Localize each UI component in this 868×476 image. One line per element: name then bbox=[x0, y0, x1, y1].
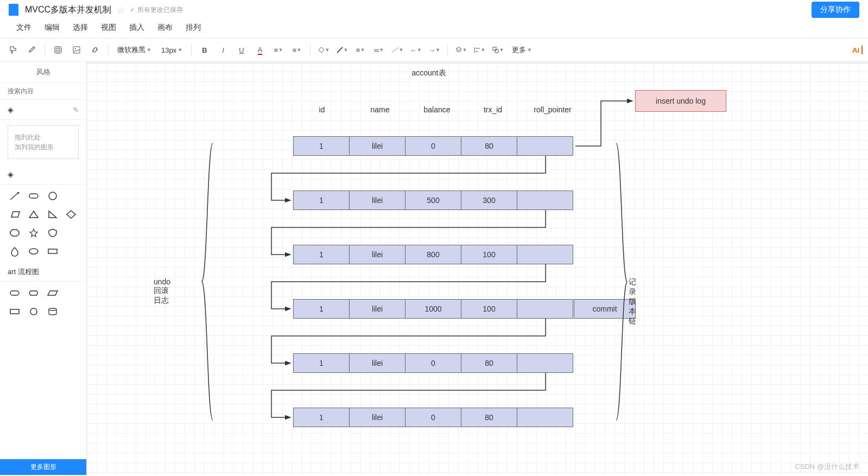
shape-circle[interactable] bbox=[46, 190, 60, 202]
menu-insert[interactable]: 插入 bbox=[129, 23, 144, 33]
shape-connector-circle[interactable] bbox=[27, 306, 41, 318]
svg-rect-3 bbox=[493, 47, 496, 50]
shape-drop[interactable] bbox=[8, 245, 22, 257]
menu-edit[interactable]: 编辑 bbox=[45, 23, 60, 33]
shape-star[interactable] bbox=[27, 227, 41, 239]
divider bbox=[447, 44, 448, 56]
shape-empty[interactable] bbox=[64, 190, 78, 202]
shape-rounded-rect[interactable] bbox=[27, 190, 41, 202]
canvas[interactable]: account表 id name balance trx_id roll_poi… bbox=[87, 62, 868, 475]
shapes-icon: ◈ bbox=[8, 105, 14, 114]
divider bbox=[108, 44, 109, 56]
shape-process[interactable] bbox=[8, 306, 22, 318]
divider bbox=[310, 44, 311, 56]
sidebar-flowchart-section[interactable]: art 流程图 bbox=[0, 263, 86, 282]
menu-file[interactable]: 文件 bbox=[16, 23, 31, 33]
layers-icon[interactable]: ▼ bbox=[453, 42, 468, 58]
text-color-icon[interactable]: A bbox=[252, 42, 268, 58]
align-objects-icon[interactable]: ▼ bbox=[472, 42, 487, 58]
paint-format-icon[interactable] bbox=[5, 42, 21, 58]
align-icon[interactable]: ≡▼ bbox=[289, 42, 305, 58]
shape-triangle[interactable] bbox=[27, 208, 41, 220]
line-height-icon[interactable]: ≡▼ bbox=[271, 42, 286, 58]
arrow-right-icon[interactable]: →▼ bbox=[427, 42, 442, 58]
shape-terminator[interactable] bbox=[8, 287, 22, 299]
group-icon[interactable]: ▼ bbox=[490, 42, 505, 58]
shape-display[interactable] bbox=[27, 287, 41, 299]
shapes-icon: ◈ bbox=[8, 170, 14, 179]
shape-empty[interactable] bbox=[64, 245, 78, 257]
divider bbox=[191, 44, 192, 56]
connectors bbox=[87, 62, 738, 442]
image-icon[interactable] bbox=[69, 42, 84, 58]
check-icon: ✓ bbox=[130, 6, 135, 14]
svg-rect-8 bbox=[48, 249, 57, 253]
underline-icon[interactable]: U bbox=[234, 42, 249, 58]
svg-rect-5 bbox=[29, 194, 38, 198]
shape-drop-zone[interactable]: 拖到此处 加到我的图形 bbox=[8, 125, 79, 159]
basic-shapes-grid bbox=[0, 185, 86, 263]
shape-empty[interactable] bbox=[64, 227, 78, 239]
menu-view[interactable]: 视图 bbox=[101, 23, 116, 33]
menu-select[interactable]: 选择 bbox=[73, 23, 88, 33]
toolbar: 微软雅黑▼ 13px▼ B I U A ≡▼ ≡▼ ▼ ▼ ≡▼ ═▼ ▼ ←▼… bbox=[0, 38, 868, 62]
save-status-text: 所有更改已保存 bbox=[137, 5, 183, 15]
shape-line[interactable] bbox=[8, 190, 22, 202]
shape-diamond[interactable] bbox=[64, 208, 78, 220]
svg-point-7 bbox=[29, 249, 38, 254]
svg-point-6 bbox=[49, 192, 56, 200]
grid-icon[interactable] bbox=[50, 42, 66, 58]
watermark: CSDN @没什么技术 bbox=[795, 462, 859, 472]
svg-rect-4 bbox=[495, 49, 498, 53]
more-shapes-button[interactable]: 更多图形 bbox=[0, 459, 86, 475]
shape-cylinder[interactable] bbox=[46, 306, 60, 318]
eyedropper-icon[interactable] bbox=[24, 42, 39, 58]
shape-data[interactable] bbox=[46, 287, 60, 299]
svg-point-11 bbox=[30, 308, 37, 315]
shape-rect[interactable] bbox=[46, 245, 60, 257]
font-family-select[interactable]: 微软雅黑▼ bbox=[114, 45, 155, 55]
sidebar: 风格 ◈ ✎ 拖到此处 加到我的图形 ◈ bbox=[0, 62, 87, 475]
search-input[interactable] bbox=[0, 83, 86, 100]
stroke-color-icon[interactable]: ▼ bbox=[334, 42, 350, 58]
shape-octagon[interactable] bbox=[8, 227, 22, 239]
doc-title[interactable]: MVCC多版本并发机制 bbox=[25, 4, 111, 16]
arrow-left-icon[interactable]: ←▼ bbox=[408, 42, 423, 58]
main: 风格 ◈ ✎ 拖到此处 加到我的图形 ◈ bbox=[0, 62, 868, 475]
menu-canvas[interactable]: 画布 bbox=[157, 23, 173, 33]
shape-shield[interactable] bbox=[46, 227, 60, 239]
font-size-select[interactable]: 13px▼ bbox=[158, 46, 186, 54]
shape-empty[interactable] bbox=[64, 306, 78, 318]
shape-parallelogram[interactable] bbox=[8, 208, 22, 220]
share-button[interactable]: 分享协作 bbox=[812, 2, 859, 18]
svg-point-2 bbox=[75, 48, 76, 49]
edit-icon[interactable]: ✎ bbox=[73, 106, 79, 114]
sidebar-style-tab[interactable]: 风格 bbox=[0, 62, 86, 83]
app-logo bbox=[9, 4, 18, 16]
link-icon[interactable] bbox=[87, 42, 103, 58]
svg-rect-0 bbox=[55, 47, 61, 53]
connector-icon[interactable]: ▼ bbox=[390, 42, 405, 58]
sidebar-shapes-header[interactable]: ◈ ✎ bbox=[0, 100, 86, 120]
fill-color-icon[interactable]: ▼ bbox=[316, 42, 331, 58]
italic-icon[interactable]: I bbox=[216, 42, 231, 58]
bold-icon[interactable]: B bbox=[197, 42, 212, 58]
svg-rect-10 bbox=[10, 309, 19, 314]
line-weight-icon[interactable]: ═▼ bbox=[371, 42, 387, 58]
menu-arrange[interactable]: 排列 bbox=[186, 23, 201, 33]
chevron-down-icon: ▼ bbox=[178, 47, 182, 53]
favorite-star-icon[interactable]: ☆ bbox=[117, 5, 124, 15]
shape-ellipse[interactable] bbox=[27, 245, 41, 257]
svg-rect-9 bbox=[10, 291, 19, 295]
line-style-icon[interactable]: ≡▼ bbox=[353, 42, 368, 58]
shape-right-triangle[interactable] bbox=[46, 208, 60, 220]
chevron-down-icon: ▼ bbox=[527, 47, 532, 53]
divider bbox=[45, 44, 45, 56]
more-menu[interactable]: 更多▼ bbox=[509, 45, 535, 55]
flowchart-shapes-grid bbox=[0, 282, 86, 323]
shape-empty[interactable] bbox=[64, 287, 78, 299]
ai-button[interactable]: Ai bbox=[852, 46, 863, 54]
chevron-down-icon: ▼ bbox=[147, 47, 151, 53]
sidebar-basic-shapes[interactable]: ◈ bbox=[0, 164, 86, 185]
header: MVCC多版本并发机制 ☆ ✓ 所有更改已保存 分享协作 bbox=[0, 0, 868, 20]
